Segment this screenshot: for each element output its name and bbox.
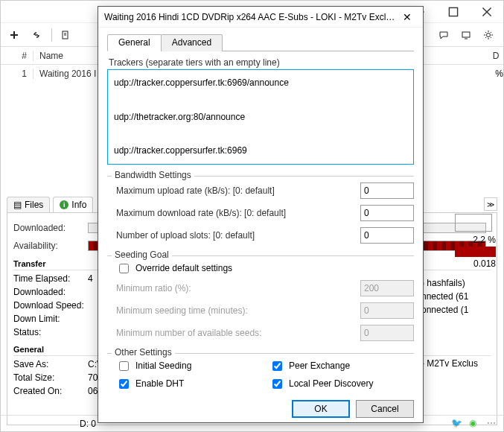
override-defaults-checkbox[interactable]: [119, 264, 129, 273]
dialog-buttons: OK Cancel: [98, 393, 423, 425]
torrent-properties-dialog: Waiting 2016 Hindi 1CD DVDRip x264 AAC E…: [98, 6, 424, 423]
download-rate-label: Maximum download rate (kB/s): [0: defaul…: [107, 208, 360, 218]
right-metrics: 2.2 % 0.018: [455, 214, 496, 269]
dialog-titlebar: Waiting 2016 Hindi 1CD DVDRip x264 AAC E…: [98, 7, 423, 28]
create-torrent-button[interactable]: [55, 25, 76, 45]
bandwidth-heading: Bandwidth Settings: [112, 170, 194, 180]
tab-advanced[interactable]: Advanced: [161, 34, 223, 51]
down-limit-label: Down Limit:: [13, 314, 88, 327]
peer-exchange-label: Peer Exchange: [289, 360, 350, 371]
override-defaults-label: Override default settings: [135, 263, 232, 273]
created-on-label: Created On:: [13, 386, 88, 399]
time-elapsed-label: Time Elapsed:: [13, 273, 88, 287]
tab-overflow-button[interactable]: ≫: [484, 197, 497, 211]
detail-tabs: ▤Files iInfo: [7, 197, 93, 212]
local-peer-discovery-checkbox[interactable]: [272, 379, 282, 389]
add-torrent-button[interactable]: [4, 25, 25, 45]
ok-button[interactable]: OK: [292, 400, 350, 418]
trackers-label: Trackers (separate tiers with an empty l…: [107, 57, 414, 68]
enable-dht-checkbox[interactable]: [119, 379, 129, 389]
dialog-close-button[interactable]: ✕: [398, 11, 417, 23]
remote-icon[interactable]: [456, 25, 476, 45]
downloaded2-label: Downloaded:: [13, 287, 88, 300]
col-d[interactable]: D: [488, 51, 503, 61]
twitter-icon[interactable]: 🐦: [451, 418, 463, 430]
tab-general[interactable]: General: [107, 34, 162, 51]
cancel-button[interactable]: Cancel: [356, 400, 414, 418]
svg-line-16: [485, 32, 486, 33]
right-overflow-text: ) hashfails) nnected (61 onnected (1 - M…: [421, 261, 496, 372]
svg-line-19: [485, 36, 486, 37]
row-number: 1: [1, 69, 34, 79]
status-label: Status:: [13, 327, 88, 340]
svg-point-11: [487, 33, 491, 36]
android-icon[interactable]: ◉: [469, 418, 481, 430]
peer-exchange-checkbox[interactable]: [272, 361, 282, 371]
min-seeds-input: [360, 325, 414, 341]
close-button[interactable]: [470, 1, 503, 22]
local-peer-discovery-label: Local Peer Discovery: [289, 378, 373, 389]
min-ratio-input: [360, 280, 414, 296]
svg-line-17: [491, 36, 491, 37]
files-icon: ▤: [13, 200, 22, 210]
tab-info[interactable]: iInfo: [53, 197, 93, 212]
share-icon[interactable]: ⋯: [487, 418, 499, 430]
svg-rect-1: [449, 7, 457, 16]
toolbar-separator: [51, 28, 52, 42]
svg-rect-9: [462, 32, 470, 37]
col-number[interactable]: #: [1, 51, 34, 61]
row-pct: %: [473, 69, 503, 79]
upload-slots-label: Number of upload slots: [0: default]: [107, 230, 360, 241]
initial-seeding-checkbox[interactable]: [119, 361, 129, 371]
add-link-button[interactable]: [26, 25, 47, 45]
upload-slots-input[interactable]: [360, 227, 414, 244]
tab-files[interactable]: ▤Files: [7, 197, 50, 212]
pct-value: 2.2 %: [455, 235, 496, 245]
save-as-label: Save As:: [13, 359, 88, 372]
other-heading: Other Settings: [112, 347, 175, 358]
info-icon: i: [60, 200, 68, 209]
min-ratio-label: Minimum ratio (%):: [107, 283, 360, 293]
seeding-heading: Seeding Goal: [112, 250, 172, 260]
upload-rate-input[interactable]: [360, 182, 414, 199]
status-d: D: 0: [80, 419, 96, 429]
chat-icon[interactable]: [433, 25, 454, 45]
download-rate-input[interactable]: [360, 205, 414, 221]
dialog-tabs: General Advanced: [107, 34, 414, 51]
dl-speed-label: Download Speed:: [13, 300, 88, 314]
total-size-label: Total Size:: [13, 372, 88, 386]
initial-seeding-label: Initial Seeding: [135, 360, 191, 371]
min-seed-time-input: [360, 302, 414, 319]
trackers-textarea[interactable]: [107, 69, 414, 165]
upload-rate-label: Maximum upload rate (kB/s): [0: default]: [107, 185, 360, 196]
enable-dht-label: Enable DHT: [135, 378, 184, 389]
maximize-button[interactable]: [436, 1, 470, 22]
min-seed-time-label: Minimum seeding time (minutes):: [107, 305, 360, 316]
downloaded-label: Downloaded:: [13, 223, 88, 233]
gear-icon[interactable]: [478, 25, 499, 45]
svg-line-18: [491, 32, 491, 33]
availability-label: Availability:: [13, 241, 88, 251]
dialog-title: Waiting 2016 Hindi 1CD DVDRip x264 AAC E…: [104, 12, 398, 22]
min-seeds-label: Minimum number of available seeds:: [107, 328, 360, 338]
